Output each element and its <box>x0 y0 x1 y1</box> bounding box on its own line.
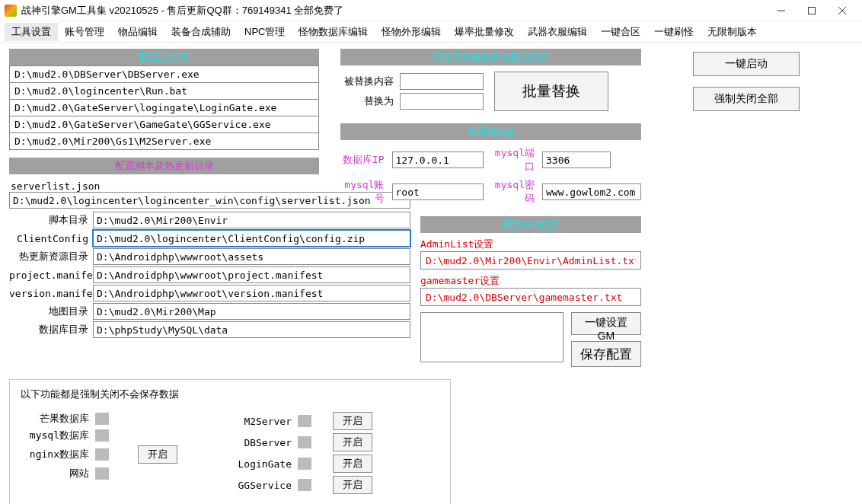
replace-header: 开服需修改的所有配置文件 <box>340 49 641 65</box>
mysql-port-label: mysql端口 <box>491 146 535 174</box>
svc-indicator <box>95 429 109 442</box>
script-dir-label: 脚本目录 <box>9 213 93 227</box>
batch-replace-button[interactable]: 批量替换 <box>494 72 608 111</box>
services-title: 以下功能都是强制关闭不会保存数据 <box>21 388 439 401</box>
svc-nginx-label: nginx数据库 <box>21 448 89 461</box>
hotupdate-label: 热更新资源目录 <box>9 250 93 263</box>
svc-web-label: 网站 <box>21 467 89 480</box>
mysql-header: 配置Mysql <box>340 123 641 140</box>
menu-monster-db[interactable]: 怪物数据库编辑 <box>292 23 375 41</box>
svc-ggservice-label: GGService <box>223 480 292 491</box>
svc-indicator <box>95 413 109 425</box>
force-close-all-button[interactable]: 强制关闭全部 <box>693 87 800 111</box>
open-left-button[interactable]: 开启 <box>138 445 177 464</box>
menu-refresh-monster[interactable]: 一键刷怪 <box>647 23 701 41</box>
replace-input[interactable] <box>400 93 484 110</box>
startup-header: 配置启动项 <box>9 49 319 65</box>
startup-item[interactable]: D:\mud2.0\Mir200\Gs1\M2Server.exe <box>9 133 319 150</box>
svc-indicator <box>95 467 109 480</box>
menu-monster-shape[interactable]: 怪物外形编辑 <box>375 23 448 41</box>
menu-merge-zone[interactable]: 一键合区 <box>594 23 647 41</box>
close-button[interactable] <box>827 2 857 20</box>
svc-indicator <box>298 415 311 427</box>
maximize-button[interactable] <box>797 2 827 20</box>
svc-dbserver-label: DBServer <box>223 437 292 448</box>
adminlist-label: AdminList设置 <box>420 238 641 251</box>
open-m2-button[interactable]: 开启 <box>333 412 372 430</box>
find-label: 被替换内容 <box>340 75 394 88</box>
adminlist-input[interactable] <box>420 251 641 270</box>
scripts-header: 配置脚本及热更新目录 <box>9 158 319 174</box>
startup-item[interactable]: D:\mud2.0\logincenter\Run.bat <box>9 83 319 100</box>
mysql-ip-input[interactable] <box>392 152 484 168</box>
replace-label: 替换为 <box>340 94 394 108</box>
set-gm-button[interactable]: 一键设置GM <box>571 312 641 335</box>
serverlist-label: serverlist.json <box>9 180 319 192</box>
minimize-button[interactable] <box>766 2 797 20</box>
svg-rect-1 <box>809 7 816 14</box>
version-manifest-label: version.manifest <box>9 288 93 299</box>
project-manifest-label: project.manifest <box>9 270 93 281</box>
mysql-user-input[interactable] <box>392 183 484 200</box>
menu-unlimited[interactable]: 无限制版本 <box>701 23 764 41</box>
startup-list: D:\mud2.0\DBServer\DBServer.exe D:\mud2.… <box>9 65 319 150</box>
start-all-button[interactable]: 一键启动 <box>693 52 800 76</box>
window-title: 战神引擎GM工具集 v20210525 - 售后更新QQ群：769149341 … <box>21 4 766 18</box>
menu-drop-rate[interactable]: 爆率批量修改 <box>448 23 521 41</box>
mysql-port-input[interactable] <box>542 152 611 168</box>
gm-header: 配置GM信息 <box>420 216 641 233</box>
find-input[interactable] <box>400 73 484 90</box>
menubar: 工具设置 账号管理 物品编辑 装备合成辅助 NPC管理 怪物数据库编辑 怪物外形… <box>0 21 862 43</box>
startup-item[interactable]: D:\mud2.0\GateServer\GameGate\GGService.… <box>9 116 319 133</box>
menu-tools[interactable]: 工具设置 <box>5 23 58 41</box>
map-dir-label: 地图目录 <box>9 305 93 318</box>
svc-logingate-label: LoginGate <box>223 458 292 470</box>
mysql-pass-label: mysql密码 <box>491 178 535 206</box>
svc-mysql-label: mysql数据库 <box>21 429 89 442</box>
open-gg-button[interactable]: 开启 <box>333 476 372 494</box>
svc-indicator <box>298 436 311 448</box>
menu-weapon-clothes[interactable]: 武器衣服编辑 <box>521 23 594 41</box>
svc-indicator <box>298 479 311 491</box>
gamemaster-input[interactable] <box>420 288 641 306</box>
mysql-ip-label: 数据库IP <box>340 153 385 167</box>
menu-item-edit[interactable]: 物品编辑 <box>111 23 164 41</box>
services-group: 以下功能都是强制关闭不会保存数据 芒果数据库 mysql数据库 nginx数据库… <box>9 379 451 504</box>
menu-npc[interactable]: NPC管理 <box>238 23 292 41</box>
db-dir-label: 数据库目录 <box>9 323 93 337</box>
svc-indicator <box>95 448 109 461</box>
app-icon <box>5 5 17 17</box>
mysql-pass-input[interactable] <box>542 183 641 200</box>
svc-mango-label: 芒果数据库 <box>21 412 89 426</box>
gamemaster-label: gamemaster设置 <box>420 274 641 288</box>
save-config-button[interactable]: 保存配置 <box>571 341 641 367</box>
mysql-user-label: mysql账号 <box>340 178 385 206</box>
open-login-button[interactable]: 开启 <box>333 455 372 473</box>
open-db-button[interactable]: 开启 <box>333 433 372 451</box>
menu-equip-synth[interactable]: 装备合成辅助 <box>164 23 238 41</box>
svc-indicator <box>298 458 311 470</box>
titlebar: 战神引擎GM工具集 v20210525 - 售后更新QQ群：769149341 … <box>0 0 862 21</box>
gm-textarea[interactable] <box>420 312 563 362</box>
clientconfig-label: ClientConfig <box>9 233 93 244</box>
startup-item[interactable]: D:\mud2.0\DBServer\DBServer.exe <box>9 65 319 83</box>
svc-m2-label: M2Server <box>223 416 292 427</box>
startup-item[interactable]: D:\mud2.0\GateServer\logingate\LoginGate… <box>9 100 319 116</box>
menu-account[interactable]: 账号管理 <box>58 23 111 41</box>
